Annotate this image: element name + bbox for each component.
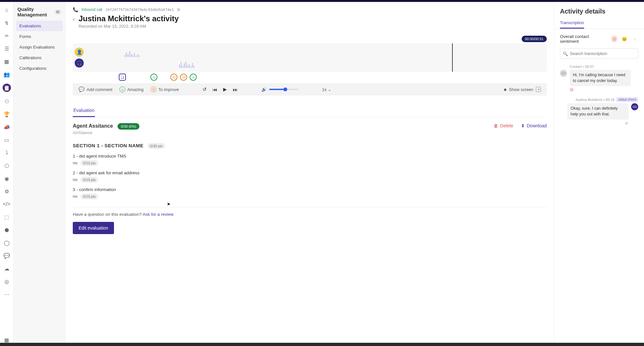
show-screen-button[interactable]: ■ Show screen ↗ — [504, 87, 541, 92]
headset-icon[interactable]: ◯ — [3, 239, 10, 246]
volume-icon: 🔊 — [261, 87, 267, 92]
section-title: SECTION 1 - SECTION NAME — [73, 143, 144, 148]
connector-icon[interactable]: ⚙ — [3, 188, 10, 195]
message-sentiment-icon: ☺ — [560, 121, 629, 125]
module-badge: IC — [54, 10, 62, 14]
clipboard-icon[interactable]: 📋 — [3, 84, 11, 92]
transcript-message-agent: Justina Mckittrick • 00:16 status check … — [560, 97, 638, 125]
download-icon: ⬇ — [521, 123, 525, 128]
call-header: 📞 Inbound call 20f2077973b743679e6c93d6d… — [73, 7, 547, 12]
people-icon[interactable]: 👥 — [3, 71, 10, 78]
monitor-icon[interactable]: ⬚ — [3, 214, 10, 221]
rewind-button[interactable]: ↺ — [203, 86, 207, 92]
trash-icon: 🗑 — [494, 123, 498, 128]
audio-player: 00:00/00:51 👤 🎧 ❏ — [73, 36, 547, 96]
trophy-icon[interactable]: 🏆 — [3, 111, 10, 118]
copy-icon[interactable]: ⧉ — [177, 7, 180, 12]
megaphone-icon[interactable]: 📣 — [3, 123, 10, 131]
module-title: Quality Management IC — [16, 6, 63, 21]
recorded-timestamp: Recorded on Mar 15, 2022, 8:28 AM — [79, 24, 179, 29]
playhead[interactable] — [452, 43, 453, 72]
smile-icon: ☺ — [119, 86, 125, 92]
contact-avatar-small: CO — [560, 70, 567, 77]
activity-details-panel: Activity details Transcription Overall c… — [554, 2, 644, 346]
book-icon[interactable]: ▭ — [3, 136, 10, 143]
time-badge: 00:00/00:51 — [522, 36, 547, 42]
shield-icon[interactable]: ⬡ — [3, 162, 10, 169]
sidenav-item-forms[interactable]: Forms — [16, 31, 63, 42]
frown-icon: ☹ — [151, 86, 156, 92]
answer-1: no 0/10 pts — [73, 160, 547, 165]
page-title: Justina Mckittrick's activity — [79, 14, 179, 23]
add-comment-button[interactable]: 💬 Add comment — [79, 86, 112, 92]
volume-slider[interactable] — [269, 89, 298, 90]
inbound-call-icon: 📞 — [73, 7, 78, 12]
negative-marker-icon[interactable]: ☹ — [180, 74, 187, 81]
answer-2: no 0/10 pts — [73, 177, 547, 182]
code-icon[interactable]: </> — [3, 201, 10, 208]
search-icon: 🔍 — [563, 51, 568, 56]
levels-icon[interactable]: ☰ — [3, 45, 10, 52]
call-id: 20f2077973b743679e6c93d6d5b674e1 — [106, 8, 174, 12]
edit-evaluation-button[interactable]: Edit evaluation — [73, 222, 114, 234]
flow-icon[interactable]: ⤵ — [3, 149, 10, 156]
tab-evaluation[interactable]: Evaluation — [73, 105, 95, 117]
positive-marker-icon[interactable]: ☺ — [190, 74, 197, 81]
volume-control[interactable]: 🔊 — [261, 87, 298, 92]
message-sentiment-icon: ☹ — [570, 87, 638, 92]
content-tabs: Evaluation — [73, 105, 547, 117]
delete-button[interactable]: 🗑 Delete — [494, 123, 513, 128]
speed-selector[interactable]: 1x ⌄ — [322, 87, 331, 92]
tab-transcription[interactable]: Transcription — [560, 20, 584, 29]
video-icon: ■ — [504, 87, 507, 92]
negative-marker-icon[interactable]: ☹ — [170, 74, 177, 81]
id-icon[interactable]: ▦ — [3, 58, 10, 65]
more-icon[interactable]: ⋯ — [3, 291, 10, 298]
evaluation-name: Agent Assitance — [73, 123, 113, 129]
evaluation-sub: AASitance — [73, 130, 139, 135]
evaluation-header: Agent Assitance 0/30 (0%) AASitance 🗑 De… — [73, 123, 547, 135]
signal-icon[interactable]: ◉ — [3, 175, 10, 182]
message-bubble: Okay, sure, I can definitely help you ou… — [567, 103, 629, 120]
question-1: 1 - did agent introduce TMS — [73, 154, 547, 159]
main-content: 📞 Inbound call 20f2077973b743679e6c93d6d… — [66, 2, 554, 346]
positive-marker-icon[interactable]: ☺ — [150, 74, 157, 81]
next-button[interactable]: ⏭ — [233, 87, 238, 92]
chat-icon[interactable]: 💬 — [3, 252, 10, 259]
amazing-button[interactable]: ☺ Amazing — [119, 86, 144, 92]
icon-rail: ⌂ ↯ ∞ ☰ ▦ 👥 📋 ⚇ 🏆 📣 ▭ ⤵ ⬡ ◉ ⚙ </> ⬚ ⬢ ◯ … — [0, 2, 14, 346]
cloud-icon[interactable]: ☁ — [3, 265, 10, 272]
question-2: 2 - did agent ask for email address — [73, 170, 547, 175]
answer-3: no 0/10 pts — [73, 194, 547, 199]
chevron-down-icon: ⌄ — [328, 87, 331, 92]
search-transcription-input[interactable] — [560, 48, 638, 59]
note-marker-icon[interactable]: ❏ — [119, 74, 126, 81]
sentiment-negative-icon: ☹ — [611, 35, 618, 43]
back-button[interactable]: ‹ — [73, 14, 75, 23]
sidenav-item-evaluations[interactable]: Evaluations — [16, 21, 63, 31]
play-button[interactable]: ▶ — [223, 86, 227, 92]
to-improve-button[interactable]: ☹ To improve — [151, 86, 179, 92]
download-button[interactable]: ⬇ Download — [521, 123, 547, 128]
call-direction: Inbound call — [81, 7, 102, 12]
message-bubble: Hi, I'm calling because I need to cancel… — [570, 70, 631, 86]
compass-icon[interactable]: ◎ — [3, 278, 10, 285]
sidenav-item-configurations[interactable]: Configurations — [16, 63, 63, 74]
side-nav: Quality Management IC Evaluations Forms … — [14, 2, 66, 346]
routing-icon[interactable]: ↯ — [3, 19, 10, 26]
prev-button[interactable]: ⏮ — [213, 87, 217, 92]
sidenav-item-calibrations[interactable]: Calibrations — [16, 52, 63, 63]
infinity-icon[interactable]: ∞ — [3, 32, 10, 39]
contact-avatar: 👤 — [75, 48, 84, 57]
sentiment-markers: ❏ ☺ ☹ ☹ ☺ — [73, 72, 547, 81]
question-3: 3 - confirm information — [73, 187, 547, 192]
home-icon[interactable]: ⌂ — [3, 6, 10, 14]
apps-grid-icon[interactable]: ▦ — [3, 336, 10, 343]
transcript-message-contact: Contact • 00:07 CO Hi, I'm calling becau… — [560, 65, 638, 92]
ask-review-link[interactable]: Ask for a review — [143, 212, 174, 217]
group-icon[interactable]: ⚇ — [3, 98, 10, 105]
waveform-area[interactable]: 👤 🎧 — [73, 43, 547, 72]
sidenav-item-assign[interactable]: Assign Evaluations — [16, 42, 63, 52]
cube-icon[interactable]: ⬢ — [3, 226, 10, 233]
section-points: 0/30 pts — [147, 143, 165, 149]
